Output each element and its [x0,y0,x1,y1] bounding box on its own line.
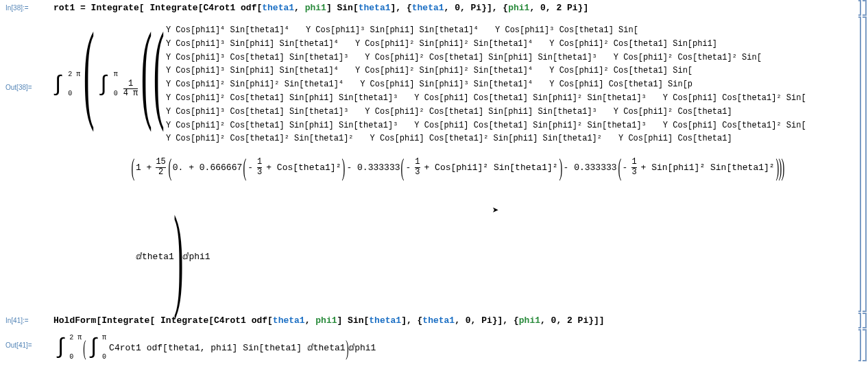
output-cell-41[interactable]: Out[41]= ∫ 2 π 0 ( ∫ π 0 C4rot1 odf[thet… [0,329,868,362]
integral-matrix-area: ∫ 2 π 0 ( ∫ π 0 1 4 π ( ( Y Cos[phi1]⁴ S… [51,23,854,145]
paren-open-1: ( [84,23,95,119]
in-label-41: In[41]:= [5,317,29,324]
cell-bracket-inner[interactable] [858,0,861,16]
in-label-38: In[38]:= [5,4,29,12]
cell-bracket-outer[interactable] [863,329,867,361]
one-over-4pi: 1 4 π [123,80,138,98]
paren-open-2: ( [141,23,152,119]
paren-close-tall: ) [173,208,183,304]
integral-sign-4: ∫ [87,337,100,359]
code-text: HoldForm[Integrate[ Integrate[C4rot1 odf… [53,315,605,326]
middle-expression: ( 1 + 152 ( 0. + 0.666667 ( - 13 + Cos[t… [133,157,854,178]
input-code-38[interactable]: rot1 = Integrate[ Integrate[C4rot1 odf[t… [0,0,868,16]
out-label-38: Out[38]= [5,84,32,91]
int1b-limits: 2 π 0 [69,335,82,361]
out-label-41: Out[41]= [5,341,32,349]
paren-close-small: ) [346,339,348,357]
output-content-41: ∫ 2 π 0 ( ∫ π 0 C4rot1 odf[theta1, phi1]… [0,329,868,363]
output-content-38: ∫ 2 π 0 ( ∫ π 0 1 4 π ( ( Y Cos[phi1]⁴ S… [0,16,868,317]
output-cell-38[interactable]: Out[38]= ∫ 2 π 0 ( ∫ π 0 1 4 π ( ( Y Cos… [0,16,868,313]
input-code-41[interactable]: HoldForm[Integrate[ Integrate[C4rot1 odf… [0,313,868,328]
paren-open-small: ( [83,339,86,357]
cell-bracket-inner[interactable] [858,16,861,312]
input-cell-41[interactable]: In[41]:= HoldForm[Integrate[ Integrate[C… [0,313,868,329]
cell-bracket-outer[interactable] [863,0,867,16]
d-theta1: ⅆtheta1 [136,251,174,262]
code-text: rot1 = Integrate[ Integrate[C4rot1 odf[t… [53,3,588,13]
holdform-tail: ⅆphi1 [348,342,376,353]
cell-bracket-inner[interactable] [858,329,861,361]
integral-sign-3: ∫ [54,337,67,359]
int2-limits: π 0 [114,71,118,97]
paren-open-3: ( [153,23,164,119]
input-cell-38[interactable]: In[38]:= rot1 = Integrate[ Integrate[C4r… [0,0,868,16]
cell-bracket-outer[interactable] [863,313,867,328]
integral-sign-2: ∫ [97,74,110,96]
int1-limits: 2 π 0 [68,71,80,97]
holdform-body: C4rot1 odf[theta1, phi1] Sin[theta1] ⅆth… [109,342,345,353]
cell-bracket-inner[interactable] [858,313,861,328]
cell-bracket-outer[interactable] [863,16,867,312]
int2b-limits: π 0 [102,335,106,361]
matrix-body: Y Cos[phi1]⁴ Sin[theta1]⁴Y Cos[phi1]³ Si… [166,25,806,145]
integral-sign-1: ∫ [51,74,64,96]
d-phi1: ⅆphi1 [182,251,210,262]
differential-area: ⅆtheta1 ) ⅆphi1 [136,198,854,315]
